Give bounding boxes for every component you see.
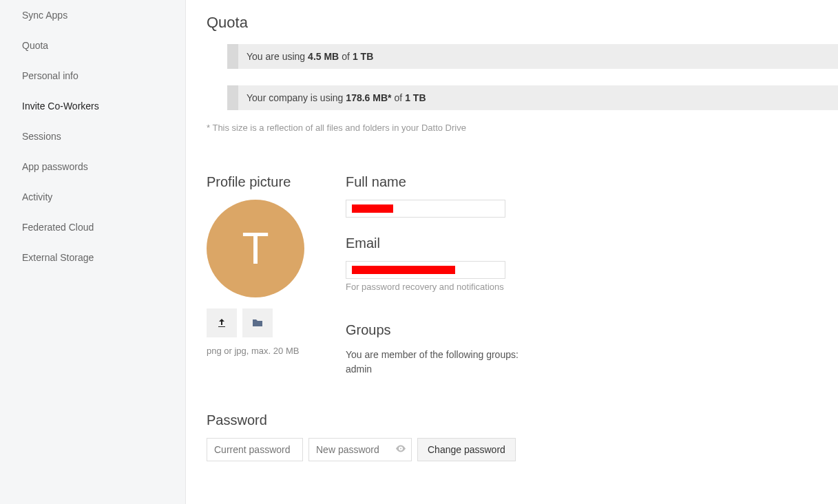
sidebar-item-external-storage[interactable]: External Storage [0,242,185,273]
main-content: Quota You are using 4.5 MB of 1 TB Your … [186,0,838,504]
sidebar-item-quota[interactable]: Quota [0,30,185,61]
browse-avatar-button[interactable] [242,308,273,337]
quota-footnote: * This size is a reflection of all files… [207,123,838,133]
fullname-redacted [352,204,393,213]
toggle-password-visibility-icon[interactable] [395,443,406,456]
groups-value: admin [346,364,372,375]
profile-section: Profile picture T png or jpg, max. 20 MB… [207,174,838,392]
new-password-wrap [308,438,412,461]
email-block: Email For password recovery and notifica… [346,235,518,307]
change-password-button[interactable]: Change password [417,438,516,461]
quota-bar-personal-fill [227,44,238,69]
quota-text-company: Your company is using 178.6 MB* of 1 TB [238,85,437,110]
fullname-heading: Full name [346,174,518,190]
fullname-block: Full name [346,174,518,220]
upload-avatar-button[interactable] [207,308,237,337]
email-input[interactable] [346,261,505,279]
avatar-hint: png or jpg, max. 20 MB [207,346,304,356]
password-heading: Password [207,412,838,428]
quota-bar-company-fill [227,85,238,110]
fullname-input[interactable] [346,200,505,218]
quota-text-personal: You are using 4.5 MB of 1 TB [238,44,384,69]
profile-details-column: Full name Email For password recovery an… [346,174,518,392]
sidebar: Sync Apps Quota Personal info Invite Co-… [0,0,186,504]
quota-bar-company: Your company is using 178.6 MB* of 1 TB [227,85,838,110]
groups-heading: Groups [346,322,518,338]
sidebar-item-sessions[interactable]: Sessions [0,121,185,151]
password-row: Change password [207,438,838,461]
email-hint: For password recovery and notifications [346,282,518,292]
sidebar-item-invite-co-workers[interactable]: Invite Co-Workers [0,91,185,121]
avatar-buttons [207,308,304,337]
avatar: T [207,200,304,297]
sidebar-item-sync-apps[interactable]: Sync Apps [0,0,185,30]
email-redacted [352,266,455,274]
upload-icon [216,317,227,328]
profile-picture-heading: Profile picture [207,174,304,190]
sidebar-item-federated-cloud[interactable]: Federated Cloud [0,212,185,242]
profile-picture-column: Profile picture T png or jpg, max. 20 MB [207,174,304,392]
quota-heading: Quota [207,14,838,32]
current-password-input[interactable] [207,438,303,461]
sidebar-item-app-passwords[interactable]: App passwords [0,151,185,182]
email-heading: Email [346,235,518,251]
password-section: Password Change password [207,412,838,461]
sidebar-item-personal-info[interactable]: Personal info [0,61,185,91]
quota-bar-personal: You are using 4.5 MB of 1 TB [227,44,838,69]
groups-block: Groups You are member of the following g… [346,322,518,377]
groups-text: You are member of the following groups: … [346,348,518,377]
sidebar-item-activity[interactable]: Activity [0,182,185,212]
folder-icon [252,317,263,328]
